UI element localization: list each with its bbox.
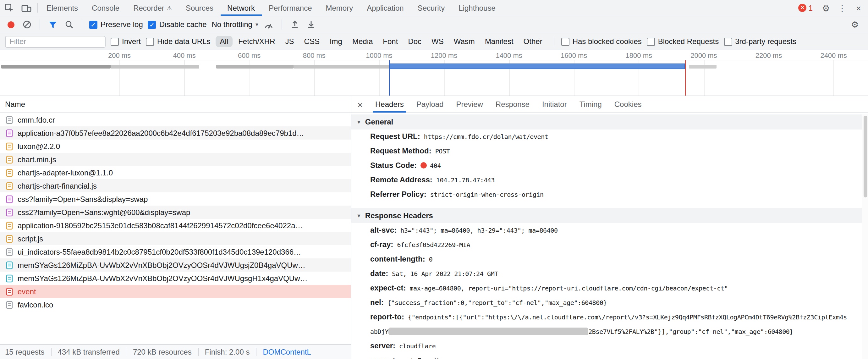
tab-sources[interactable]: Sources xyxy=(179,0,220,16)
request-row[interactable]: memSYaGs126MiZpBA-UvWbX2vVnXBbObj2OVzyOO… xyxy=(0,259,351,272)
more-options-button[interactable]: ⋮ xyxy=(834,3,850,13)
device-toolbar-button[interactable] xyxy=(18,0,35,16)
filter-type-doc[interactable]: Doc xyxy=(404,36,426,47)
error-icon: × xyxy=(799,4,807,12)
scrollbar-thumb[interactable] xyxy=(864,116,867,198)
detail-tab-response[interactable]: Response xyxy=(489,96,536,113)
status-dot-icon xyxy=(421,162,427,169)
redacted-value-blob xyxy=(389,328,588,335)
file-icon-other xyxy=(5,300,14,309)
tab-application[interactable]: Application xyxy=(360,0,410,16)
time-tick-label: 2400 ms xyxy=(820,52,847,59)
network-overview[interactable]: 200 ms400 ms600 ms800 ms1000 ms1200 ms14… xyxy=(0,50,868,96)
close-details-button[interactable]: × xyxy=(351,96,369,113)
checkbox-label: Preserve log xyxy=(100,20,143,29)
filter-type-css[interactable]: CSS xyxy=(300,36,324,47)
request-row[interactable]: luxon@2.2.0 xyxy=(0,140,351,153)
tab-performance[interactable]: Performance xyxy=(262,0,319,16)
overview-waterfall[interactable] xyxy=(0,60,868,96)
inspect-element-button[interactable] xyxy=(0,0,18,16)
request-row[interactable]: css?family=Open+Sans&display=swap xyxy=(0,192,351,206)
request-row[interactable]: application-a37f0b57efee8a22026aa2000c6b… xyxy=(0,126,351,140)
selection-range-bar[interactable] xyxy=(389,63,685,69)
tab-lighthouse[interactable]: Lighthouse xyxy=(452,0,502,16)
request-row[interactable]: chartjs-adapter-luxon@1.1.0 xyxy=(0,166,351,179)
invert-checkbox[interactable]: Invert xyxy=(111,37,141,46)
separator xyxy=(554,36,554,47)
detail-tab-initiator[interactable]: Initiator xyxy=(536,96,573,113)
detail-tab-headers[interactable]: Headers xyxy=(369,96,410,113)
header-value: {"endpoints":[{"url":"https:\/\/a.nel.cl… xyxy=(370,314,847,335)
filter-toggle-button[interactable] xyxy=(47,19,58,30)
tab-label: Performance xyxy=(269,3,312,12)
clear-button[interactable] xyxy=(21,19,33,30)
export-har-button[interactable] xyxy=(306,19,317,30)
import-har-button[interactable] xyxy=(289,19,301,30)
filter-input[interactable] xyxy=(5,35,105,48)
network-toolbar: ✓Preserve log✓Disable cache No throttlin… xyxy=(0,16,868,33)
third-party-requests-checkbox[interactable]: 3rd-party requests xyxy=(724,37,796,46)
tab-security[interactable]: Security xyxy=(411,0,452,16)
filter-type-img[interactable]: Img xyxy=(325,36,347,47)
detail-tab-timing[interactable]: Timing xyxy=(573,96,608,113)
preserve-log-checkbox[interactable]: ✓Preserve log xyxy=(89,20,143,29)
section-gap xyxy=(351,202,868,208)
hide-data-urls-checkbox[interactable]: Hide data URLs xyxy=(146,37,210,46)
header-value: 404 xyxy=(421,162,441,169)
request-row[interactable]: memSYaGs126MiZpBA-UvWbX2vVnXBbObj2OVzyOO… xyxy=(0,272,351,285)
filter-type-js[interactable]: JS xyxy=(281,36,299,47)
request-row[interactable]: cmm.fdo.cr xyxy=(0,113,351,126)
section-title-text: General xyxy=(365,118,393,126)
checkbox-unchecked-icon xyxy=(146,37,154,46)
request-row[interactable]: favicon.ico xyxy=(0,298,351,311)
settings-button[interactable]: ⚙ xyxy=(818,3,834,13)
transferred-size: 434 kB transferred xyxy=(58,347,119,356)
time-tick-label: 2200 ms xyxy=(755,52,782,59)
filter-type-media[interactable]: Media xyxy=(348,36,377,47)
header-value: max-age=604800, report-uri="https://repo… xyxy=(409,285,728,292)
filter-type-fetch-xhr[interactable]: Fetch/XHR xyxy=(234,36,279,47)
filter-type-wasm[interactable]: Wasm xyxy=(450,36,479,47)
filter-type-ws[interactable]: WS xyxy=(427,36,448,47)
header-item: cf-ray:6fcfe3f05d422269-MIA xyxy=(351,238,868,252)
file-icon-font xyxy=(5,261,14,269)
request-row[interactable]: application-9180592bc25153e01dc583b08caf… xyxy=(0,219,351,232)
filter-type-manifest[interactable]: Manifest xyxy=(480,36,518,47)
blocked-requests-checkbox[interactable]: Blocked Requests xyxy=(647,37,719,46)
request-row[interactable]: script.js xyxy=(0,232,351,245)
request-row[interactable]: css2?family=Open+Sans:wght@600&display=s… xyxy=(0,206,351,219)
time-tick-label: 400 ms xyxy=(173,52,196,59)
request-row[interactable]: event xyxy=(0,285,351,298)
detail-tab-payload[interactable]: Payload xyxy=(410,96,450,113)
tab-memory[interactable]: Memory xyxy=(319,0,360,16)
search-button[interactable] xyxy=(63,19,75,30)
header-item: nel:{"success_fraction":0,"report_to":"c… xyxy=(351,296,868,310)
record-button[interactable] xyxy=(5,19,16,30)
network-settings-button[interactable]: ⚙ xyxy=(847,20,863,30)
close-devtools-button[interactable]: × xyxy=(850,3,867,13)
tab-recorder[interactable]: Recorder⚠ xyxy=(126,0,179,16)
filter-type-all[interactable]: All xyxy=(215,36,232,47)
section-header-response-headers[interactable]: ▼Response Headers xyxy=(351,208,868,223)
disable-cache-checkbox[interactable]: ✓Disable cache xyxy=(148,20,207,29)
network-filter-bar: InvertHide data URLs AllFetch/XHRJSCSSIm… xyxy=(0,33,868,50)
throttling-select[interactable]: No throttling ▾ xyxy=(212,20,258,29)
request-row[interactable]: ui_indicators-55faea8db9814b2c0c87951cf0… xyxy=(0,245,351,259)
error-count-badge[interactable]: × 1 xyxy=(794,3,818,12)
detail-tab-cookies[interactable]: Cookies xyxy=(608,96,648,113)
filter-type-font[interactable]: Font xyxy=(378,36,402,47)
tab-network[interactable]: Network xyxy=(220,0,262,16)
tab-console[interactable]: Console xyxy=(85,0,126,16)
section-header-general[interactable]: ▼General xyxy=(351,114,868,129)
tab-elements[interactable]: Elements xyxy=(40,0,85,16)
tab-label: Application xyxy=(367,3,404,12)
request-row[interactable]: chartjs-chart-financial.js xyxy=(0,179,351,192)
has-blocked-cookies-checkbox[interactable]: Has blocked cookies xyxy=(561,37,642,46)
filter-type-other[interactable]: Other xyxy=(519,36,547,47)
request-row[interactable]: chart.min.js xyxy=(0,153,351,166)
time-tick-label: 1000 ms xyxy=(366,52,392,59)
scrollbar[interactable] xyxy=(862,114,868,359)
detail-tab-preview[interactable]: Preview xyxy=(450,96,489,113)
name-column-header[interactable]: Name xyxy=(0,96,351,113)
network-conditions-button[interactable] xyxy=(264,19,275,30)
